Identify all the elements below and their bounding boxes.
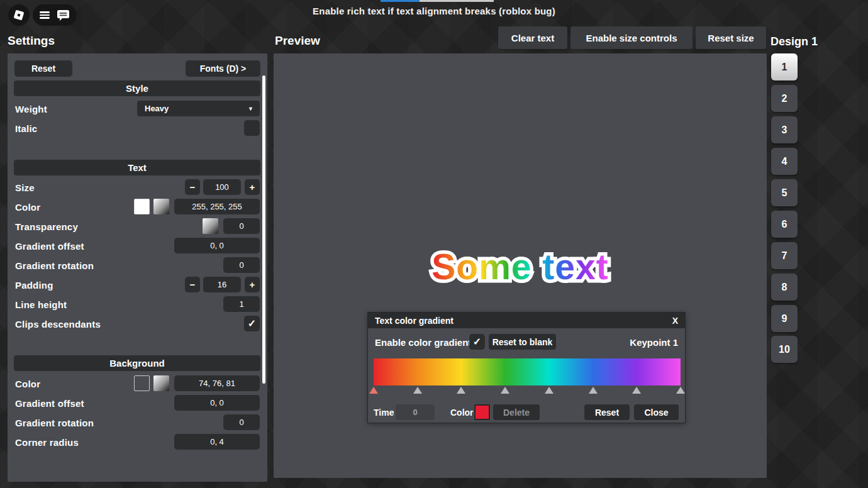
background-color-field[interactable]: 74, 76, 81 bbox=[174, 375, 260, 391]
weight-row: Weight Heavy ▼ bbox=[8, 101, 267, 117]
enable-size-controls-button[interactable]: Enable size controls bbox=[570, 26, 693, 49]
size-plus-button[interactable]: + bbox=[245, 179, 260, 195]
background-gradient-offset-row: Gradient offset 0, 0 bbox=[8, 395, 267, 411]
preview-text-fill: Some text bbox=[431, 246, 608, 287]
line-height-field[interactable]: 1 bbox=[223, 296, 260, 312]
roblox-button[interactable] bbox=[8, 4, 30, 26]
text-gradient-offset-row: Gradient offset 0, 0 bbox=[8, 238, 267, 254]
rich-text-hint: Enable rich text if text alignment break… bbox=[274, 6, 594, 16]
text-gradient-offset-label: Gradient offset bbox=[15, 241, 84, 252]
line-height-label: Line height bbox=[15, 299, 67, 310]
dialog-titlebar: Text color gradient X bbox=[368, 313, 685, 328]
padding-field[interactable]: 16 bbox=[203, 277, 241, 292]
settings-heading: Settings bbox=[8, 34, 55, 48]
transparency-label: Transparency bbox=[15, 221, 78, 232]
toolbar-pill bbox=[33, 4, 77, 26]
padding-minus-button[interactable]: − bbox=[185, 277, 200, 292]
transparency-row: Transparency 0 bbox=[8, 218, 267, 235]
reset-to-blank-button[interactable]: Reset to blank bbox=[489, 334, 556, 350]
design-slot-9[interactable]: 9 bbox=[771, 305, 798, 332]
design-heading: Design 1 bbox=[771, 35, 818, 48]
background-gradient-rotation-label: Gradient rotation bbox=[15, 418, 94, 428]
reset-size-button[interactable]: Reset size bbox=[696, 26, 766, 49]
enable-gradient-label: Enable color gradient bbox=[375, 336, 471, 347]
corner-radius-field[interactable]: 0, 4 bbox=[174, 434, 260, 450]
gradient-keypoint-marker-2[interactable] bbox=[413, 387, 422, 394]
weight-dropdown[interactable]: Heavy ▼ bbox=[137, 101, 260, 116]
design-slot-8[interactable]: 8 bbox=[771, 274, 798, 301]
text-gradient-rotation-label: Gradient rotation bbox=[15, 260, 94, 271]
design-slot-3[interactable]: 3 bbox=[771, 116, 798, 143]
fonts-button[interactable]: Fonts (D) > bbox=[186, 60, 260, 77]
keypoint-label: Keypoint 1 bbox=[630, 336, 678, 347]
enable-gradient-checkbox[interactable]: ✓ bbox=[469, 334, 485, 350]
dialog-title: Text color gradient bbox=[375, 316, 453, 326]
time-input[interactable]: 0 bbox=[396, 404, 435, 420]
clips-descendants-checkbox[interactable]: ✓ bbox=[244, 316, 260, 331]
weight-label: Weight bbox=[15, 104, 47, 114]
gradient-reset-button[interactable]: Reset bbox=[584, 404, 630, 420]
gradient-keypoint-marker-5[interactable] bbox=[545, 387, 554, 394]
text-color-gradient-swatch[interactable] bbox=[153, 199, 169, 214]
background-gradient-rotation-field[interactable]: 0 bbox=[223, 414, 260, 430]
preview-text: Some text Some text bbox=[274, 246, 767, 290]
text-color-field[interactable]: 255, 255, 255 bbox=[174, 199, 260, 214]
background-section-header: Background bbox=[14, 355, 260, 371]
preview-heading: Preview bbox=[275, 34, 320, 48]
line-height-row: Line height 1 bbox=[8, 296, 267, 313]
corner-radius-label: Corner radius bbox=[15, 437, 79, 448]
text-gradient-offset-field[interactable]: 0, 0 bbox=[174, 238, 260, 253]
text-color-label: Color bbox=[15, 202, 40, 213]
padding-plus-button[interactable]: + bbox=[245, 277, 260, 292]
enable-gradient-row: Enable color gradient ✓ Reset to blank K… bbox=[368, 334, 685, 350]
roblox-icon bbox=[13, 9, 25, 21]
chevron-down-icon: ▼ bbox=[248, 106, 253, 112]
gradient-keypoint-marker-3[interactable] bbox=[457, 387, 465, 394]
keypoint-color-swatch[interactable] bbox=[474, 404, 490, 420]
transparency-field[interactable]: 0 bbox=[223, 218, 260, 234]
chat-icon[interactable] bbox=[57, 9, 70, 21]
italic-checkbox[interactable] bbox=[244, 120, 260, 136]
settings-toolbar-row: Reset Fonts (D) > bbox=[8, 60, 267, 77]
background-color-gradient-swatch[interactable] bbox=[153, 375, 169, 391]
time-label: Time bbox=[374, 408, 394, 418]
style-section-header: Style bbox=[14, 80, 260, 96]
gradient-keypoint-marker-1[interactable] bbox=[369, 387, 378, 394]
design-slot-4[interactable]: 4 bbox=[771, 148, 798, 175]
settings-panel: Reset Fonts (D) > Style Weight Heavy ▼ I… bbox=[8, 53, 267, 482]
top-partial-slider[interactable] bbox=[381, 0, 494, 2]
text-gradient-rotation-field[interactable]: 0 bbox=[223, 257, 260, 273]
design-slot-5[interactable]: 5 bbox=[771, 179, 798, 206]
design-slot-7[interactable]: 7 bbox=[771, 242, 798, 269]
settings-reset-button[interactable]: Reset bbox=[14, 60, 72, 77]
gradient-close-button[interactable]: Close bbox=[634, 404, 679, 420]
background-gradient-offset-field[interactable]: 0, 0 bbox=[174, 395, 260, 411]
corner-radius-row: Corner radius 0, 4 bbox=[8, 434, 267, 450]
delete-keypoint-button[interactable]: Delete bbox=[493, 404, 540, 420]
settings-scrollbar[interactable] bbox=[262, 75, 265, 384]
gradient-keypoint-marker-8[interactable] bbox=[676, 387, 685, 394]
design-slot-1[interactable]: 1 bbox=[771, 53, 798, 80]
design-slot-2[interactable]: 2 bbox=[771, 85, 798, 112]
design-slot-6[interactable]: 6 bbox=[771, 211, 798, 238]
size-minus-button[interactable]: − bbox=[185, 179, 200, 195]
gradient-keypoint-marker-6[interactable] bbox=[589, 387, 598, 394]
text-color-row: Color 255, 255, 255 bbox=[8, 199, 267, 215]
padding-row: Padding − 16 + bbox=[8, 277, 267, 293]
menu-icon[interactable] bbox=[40, 11, 50, 19]
transparency-gradient-swatch[interactable] bbox=[203, 218, 218, 234]
size-field[interactable]: 100 bbox=[203, 179, 241, 195]
weight-value: Heavy bbox=[145, 104, 169, 113]
app-root: Enable rich text if text alignment break… bbox=[0, 0, 868, 488]
italic-row: Italic bbox=[8, 120, 267, 136]
gradient-keypoint-marker-4[interactable] bbox=[501, 387, 509, 394]
clear-text-button[interactable]: Clear text bbox=[498, 26, 567, 49]
background-gradient-offset-label: Gradient offset bbox=[15, 398, 84, 409]
background-color-swatch[interactable] bbox=[134, 375, 150, 391]
dialog-close-x[interactable]: X bbox=[672, 316, 678, 326]
text-color-gradient-dialog: Text color gradient X Enable color gradi… bbox=[367, 312, 686, 423]
gradient-bar[interactable] bbox=[374, 358, 681, 385]
design-slot-10[interactable]: 10 bbox=[771, 336, 798, 363]
text-color-swatch[interactable] bbox=[134, 199, 150, 214]
gradient-keypoint-marker-7[interactable] bbox=[632, 387, 641, 394]
